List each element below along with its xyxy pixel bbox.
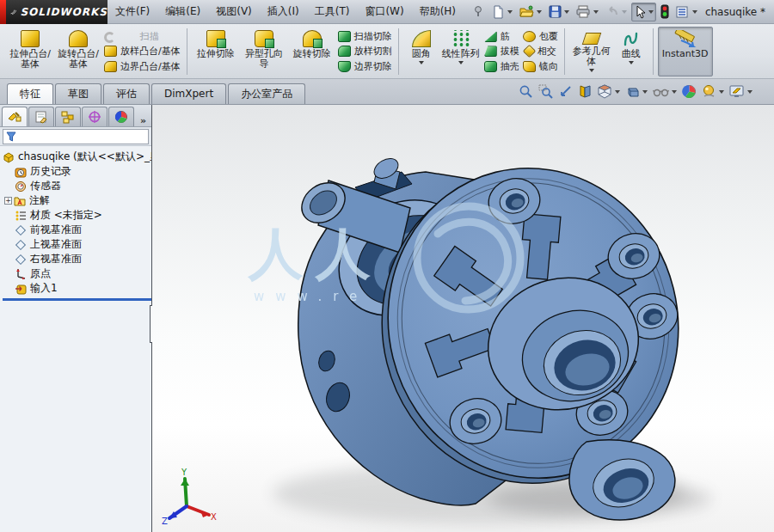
tree-item-imported1[interactable]: 输入1 [3,281,151,296]
view-settings-button[interactable] [729,85,752,99]
print-button[interactable] [574,3,601,21]
menu-file[interactable]: 文件(F) [108,0,157,23]
loft-cut-icon [338,46,351,57]
options-button[interactable] [673,3,700,21]
hole-wizard-icon [255,30,273,47]
options-list-icon [676,6,690,18]
pushpin-icon [472,5,485,18]
cut-group: 拉伸切除 异型孔向导 旋转切除 扫描切除 放样切割 边界切除 [189,26,396,77]
dropdown-caret[interactable] [419,61,424,64]
zoom-area-button[interactable] [538,84,553,99]
displaymanager-icon [114,110,129,124]
reference-geometry-button[interactable]: 参考几何体 [569,27,614,76]
extrude-boss-button[interactable]: 拉伸凸台/基体 [6,27,54,76]
triad-x-label: X [211,512,217,522]
undo-button[interactable] [603,3,630,21]
pin-menubar-button[interactable] [470,3,488,21]
open-document-button[interactable] [517,3,544,21]
dropdown-caret[interactable] [672,90,677,94]
dropdown-caret[interactable] [642,90,648,94]
dimxpertmanager-tab[interactable] [82,107,108,126]
curves-button[interactable]: 曲线 [614,27,648,76]
instant3d-button[interactable]: Instant3D [658,27,713,76]
interference-check-button[interactable] [658,2,672,21]
zoom-area-icon [538,84,553,99]
boundary-cut-button[interactable]: 边界切除 [338,59,392,74]
view-orientation-button[interactable] [598,84,620,99]
expand-plus-icon[interactable]: + [4,197,12,205]
dropdown-caret[interactable] [648,10,654,14]
display-style-button[interactable] [625,84,648,99]
edit-appearance-button[interactable] [682,84,697,99]
draft-button[interactable]: 拔模 [484,44,519,58]
tree-item-sensors[interactable]: 传感器 [3,179,151,193]
menubar: SOLIDWORKS 文件(F) 编辑(E) 视图(V) 插入(I) 工具(T)… [0,0,774,24]
menu-tools[interactable]: 工具(T) [307,0,358,23]
part-icon [3,151,15,163]
menu-help[interactable]: 帮助(H) [412,0,464,23]
sweep-cut-button[interactable]: 扫描切除 [338,29,392,44]
linear-pattern-button[interactable]: 线性阵列 [439,27,482,76]
displaymanager-tab[interactable] [108,107,134,126]
dropdown-caret[interactable] [507,10,513,14]
tree-item-material[interactable]: 材质 <未指定> [3,208,151,223]
view-previous-button[interactable] [558,84,573,99]
boundary-boss-button[interactable]: 边界凸台/基体 [104,59,181,74]
intersect-button[interactable]: 相交 [523,44,558,58]
configurationmanager-tab[interactable] [55,107,81,126]
tree-item-history[interactable]: 历史记录 [3,164,151,179]
dropdown-caret[interactable] [615,90,620,94]
dropdown-caret[interactable] [719,90,724,94]
wrap-button[interactable]: 包覆 [523,29,558,44]
shell-button[interactable]: 抽壳 [484,59,519,74]
triad-y-label: Y [181,468,187,477]
revolve-cut-button[interactable]: 旋转切除 [288,27,336,76]
menu-view[interactable]: 视图(V) [208,0,260,23]
dropdown-caret[interactable] [593,10,599,14]
extrude-cut-button[interactable]: 拉伸切除 [192,27,240,76]
loft-boss-button[interactable]: 放样凸台/基体 [104,44,181,58]
differential-case-model[interactable] [152,105,774,532]
tree-filter-input[interactable] [16,131,145,143]
section-view-button[interactable] [578,84,593,99]
dropdown-caret[interactable] [564,10,569,14]
graphics-viewport[interactable]: 人人 www.re Y X Z [152,105,774,532]
menu-insert[interactable]: 插入(I) [260,0,307,23]
hide-show-items-button[interactable] [653,85,677,98]
tree-item-front-plane[interactable]: 前视基准面 [3,223,151,237]
tree-root[interactable]: chasuqike (默认<<默认>_显 [3,150,151,164]
dropdown-caret[interactable] [537,10,542,14]
reference-geometry-icon [581,33,601,45]
apply-scene-button[interactable] [702,84,724,99]
tab-sketch[interactable]: 草图 [55,83,101,104]
save-button[interactable] [546,3,572,21]
dropdown-caret[interactable] [458,61,464,64]
select-tool-button[interactable] [631,3,656,21]
menu-window[interactable]: 窗口(W) [357,0,411,23]
tree-item-top-plane[interactable]: 上视基准面 [3,237,151,252]
tab-evaluate[interactable]: 评估 [103,83,150,104]
tab-office-products[interactable]: 办公室产品 [228,83,305,104]
featuremanager-tab[interactable] [2,107,28,126]
hole-wizard-button[interactable]: 异型孔向导 [240,27,288,76]
revolve-boss-button[interactable]: 旋转凸台/基体 [54,27,102,76]
dropdown-caret[interactable] [692,10,697,14]
zoom-fit-button[interactable] [519,84,533,99]
tab-features[interactable]: 特征 [7,83,53,104]
dropdown-caret[interactable] [589,69,594,72]
new-document-button[interactable] [489,3,515,21]
tab-dimxpert[interactable]: DimXpert [151,83,226,104]
dropdown-caret[interactable] [747,90,752,94]
tree-item-origin[interactable]: 原点 [3,266,151,281]
propertymanager-tab[interactable] [28,107,54,126]
boss-small-stack: 扫描 放样凸台/基体 边界凸台/基体 [102,27,182,76]
rib-button[interactable]: 筋 [484,29,519,44]
tree-item-right-plane[interactable]: 右视基准面 [3,252,151,266]
menu-edit[interactable]: 编辑(E) [157,0,208,23]
dropdown-caret[interactable] [629,61,634,64]
loft-cut-button[interactable]: 放样切割 [338,44,392,58]
tree-item-annotations[interactable]: + 注解 [3,193,151,208]
panel-expand-chevron[interactable]: » [140,115,146,126]
mirror-button[interactable]: 镜向 [523,59,558,74]
fillet-button[interactable]: 圆角 [403,27,439,76]
